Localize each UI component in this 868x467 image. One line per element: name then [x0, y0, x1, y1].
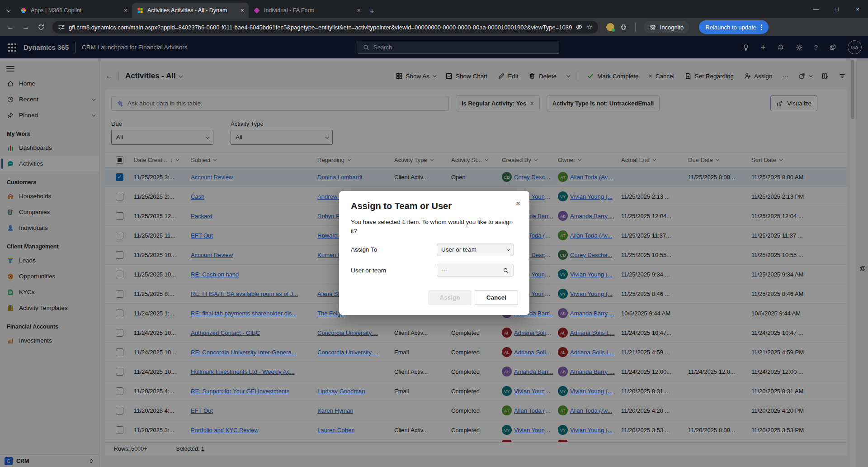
maximize-button[interactable]: □: [826, 6, 847, 13]
assign-dialog: Assign to Team or User × You have select…: [339, 191, 529, 315]
minimize-button[interactable]: —: [806, 6, 826, 13]
dialog-body-text: You have selected 1 item. To whom would …: [351, 218, 518, 235]
incognito-badge: Incognito: [644, 21, 689, 33]
url-text: gfi.crm3.dynamics.com/main.aspx?appid=84…: [69, 24, 572, 31]
dialog-title: Assign to Team or User: [351, 201, 518, 211]
lookup-search-icon[interactable]: [503, 267, 509, 274]
screen: Apps | M365 Copilot×Activities Activitie…: [0, 0, 868, 467]
assign-to-select[interactable]: User or team: [437, 243, 514, 256]
m365-copilot-icon: [20, 7, 27, 14]
tab-close-icon[interactable]: ×: [124, 7, 127, 14]
url-bar[interactable]: gfi.crm3.dynamics.com/main.aspx?appid=84…: [52, 21, 598, 33]
browser-toolbar: ← → gfi.crm3.dynamics.com/main.aspx?appi…: [0, 18, 868, 36]
extensions-puzzle-icon[interactable]: [620, 24, 627, 31]
relaunch-button[interactable]: Relaunch to update: [699, 20, 769, 34]
tab-search-button[interactable]: [0, 3, 15, 18]
new-tab-button[interactable]: +: [365, 5, 379, 18]
site-settings-icon[interactable]: [58, 24, 65, 31]
browser-tab[interactable]: Activities Activities - All - Dynam×: [132, 3, 249, 18]
microsoft-icon: [137, 7, 144, 14]
assign-to-label: Assign To: [351, 246, 437, 253]
dialog-cancel-button[interactable]: Cancel: [475, 290, 518, 305]
eye-off-icon[interactable]: [576, 24, 583, 31]
forward-nav-icon[interactable]: →: [19, 20, 33, 34]
divider: [635, 23, 636, 32]
tab-title: Activities Activities - All - Dynam: [147, 7, 237, 14]
browser-tab[interactable]: Apps | M365 Copilot×: [15, 3, 132, 18]
assign-confirm-button[interactable]: Assign: [428, 290, 472, 305]
user-or-team-label: User or team: [351, 267, 437, 274]
close-window-button[interactable]: ×: [847, 6, 868, 13]
browser-menu-icon[interactable]: [761, 24, 762, 30]
dialog-close-icon[interactable]: ×: [516, 199, 520, 208]
incognito-icon: [649, 24, 656, 31]
tab-close-icon[interactable]: ×: [241, 7, 244, 14]
tab-title: Individual - FA Form: [264, 7, 354, 14]
extension-icon[interactable]: [606, 23, 614, 31]
powerapps-icon: [253, 7, 260, 14]
user-or-team-input[interactable]: ---: [437, 264, 514, 277]
browser-tab-strip: Apps | M365 Copilot×Activities Activitie…: [0, 0, 868, 18]
back-nav-icon[interactable]: ←: [4, 20, 17, 34]
reload-icon[interactable]: [34, 20, 48, 34]
browser-tab[interactable]: Individual - FA Form×: [249, 3, 365, 18]
bookmark-star-icon[interactable]: ☆: [586, 23, 592, 31]
tab-close-icon[interactable]: ×: [357, 7, 361, 14]
tab-title: Apps | M365 Copilot: [31, 7, 120, 14]
window-controls: — □ ×: [806, 0, 868, 18]
